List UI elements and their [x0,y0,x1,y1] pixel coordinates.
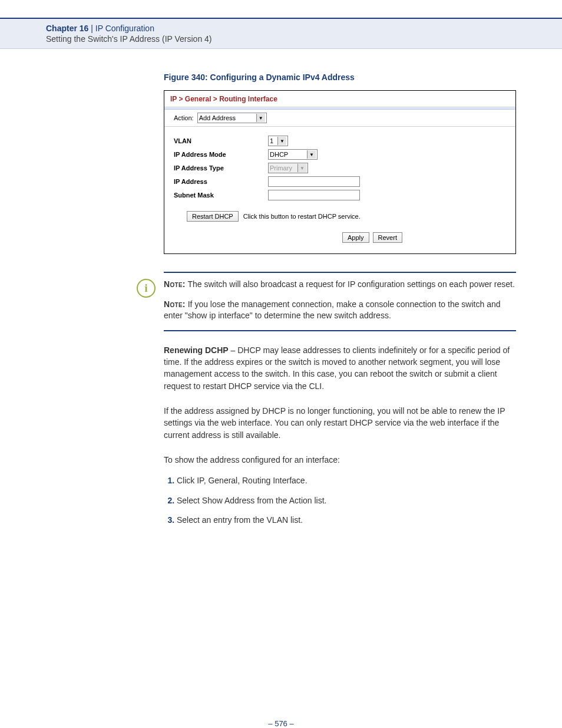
note-text-1: The switch will also broadcast a request… [186,279,515,289]
mode-select[interactable]: DHCP ▼ [268,149,318,160]
addr-input[interactable] [268,176,360,187]
renewing-title: Renewing DCHP [164,345,229,355]
type-label: IP Address Type [174,164,268,172]
vlan-value: 1 [270,137,275,144]
chapter-subtitle: Setting the Switch's IP Address (IP Vers… [46,34,562,44]
chapter-line: Chapter 16 | IP Configuration [46,24,562,33]
step-3: Select an entry from the VLAN list. [177,515,516,526]
action-label: Action: [174,114,194,121]
restart-dhcp-button[interactable]: Restart DHCP [187,211,239,222]
figure-caption: Figure 340: Configuring a Dynamic IPv4 A… [164,73,516,82]
action-select[interactable]: Add Address ▼ [197,113,267,123]
action-value: Add Address [199,114,254,121]
info-icon: i [137,279,156,298]
mask-input[interactable] [268,190,360,200]
note-label-2: Note: [164,299,186,309]
note-1: Note: The switch will also broadcast a r… [164,279,516,291]
mode-label: IP Address Mode [174,151,268,158]
revert-button[interactable]: Revert [373,232,402,243]
page-header: Chapter 16 | IP Configuration Setting th… [0,18,562,49]
note-block: i Note: The switch will also broadcast a… [164,272,516,331]
chapter-label: Chapter 16 [46,24,88,33]
action-row: Action: Add Address ▼ [164,110,515,127]
page-number: – 576 – [0,719,562,728]
type-select: Primary ▼ [268,163,308,173]
vlan-select[interactable]: 1 ▼ [268,136,288,146]
chapter-divider: | [88,24,95,33]
step-2: Select Show Address from the Action list… [177,495,516,507]
mode-value: DHCP [270,151,305,158]
step-1: Click IP, General, Routing Interface. [177,475,516,487]
vlan-label: VLAN [174,137,268,144]
restart-hint: Click this button to restart DHCP servic… [243,213,361,220]
steps-list: Click IP, General, Routing Interface. Se… [164,475,516,526]
chapter-title: IP Configuration [95,24,154,33]
apply-button[interactable]: Apply [342,232,369,243]
chevron-down-icon: ▼ [277,137,286,145]
addr-label: IP Address [174,178,268,185]
mask-label: Subnet Mask [174,192,268,199]
note-label-1: Note: [164,279,186,289]
paragraph-3: To show the address configured for an in… [164,454,516,466]
chevron-down-icon: ▼ [297,164,306,172]
config-screenshot: IP > General > Routing Interface Action:… [164,90,516,254]
note-2: Note: If you lose the management connect… [164,299,516,322]
renewing-paragraph: Renewing DCHP – DHCP may lease addresses… [164,344,516,392]
type-value: Primary [270,164,295,172]
paragraph-2: If the address assigned by DHCP is no lo… [164,405,516,441]
chevron-down-icon: ▼ [307,150,316,159]
breadcrumb: IP > General > Routing Interface [164,91,515,107]
note-text-2: If you lose the management connection, m… [164,299,501,321]
chevron-down-icon: ▼ [256,114,265,122]
form-area: VLAN 1 ▼ IP Address Mode DHCP ▼ IP Addre… [164,127,515,253]
